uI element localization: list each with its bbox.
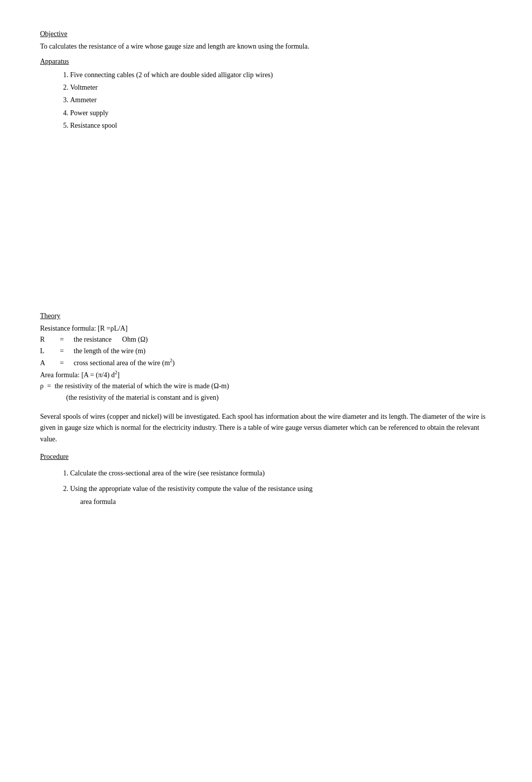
rho-sub-text: (the resistivity of the material is cons… — [66, 394, 218, 401]
objective-heading: Objective — [40, 30, 492, 38]
a-var: A — [40, 358, 50, 369]
a-line: A = cross sectional area of the wire (m2… — [40, 357, 492, 369]
rho-desc: the resistivity of the material of which… — [55, 381, 229, 392]
area-formula-line: Area formula: [A = (π/4) d2] — [40, 369, 492, 381]
r-var: R — [40, 334, 50, 345]
procedure-list: Calculate the cross-sectional area of th… — [70, 467, 492, 508]
apparatus-section: Apparatus Five connecting cables (2 of w… — [40, 58, 492, 132]
several-spools-text: Several spools of wires (copper and nick… — [40, 411, 492, 445]
rho-sub: (the resistivity of the material is cons… — [40, 392, 492, 403]
list-item: Calculate the cross-sectional area of th… — [70, 467, 492, 479]
theory-section: Theory Resistance formula: [R =ρL/A] R =… — [40, 312, 492, 445]
procedure-section: Procedure Calculate the cross-sectional … — [40, 453, 492, 508]
a-desc: cross sectional area of the wire (m2) — [70, 357, 175, 369]
rho-var: ρ — [40, 381, 44, 392]
l-eq: = — [50, 346, 70, 357]
list-item: Ammeter — [70, 94, 492, 106]
procedure-heading: Procedure — [40, 453, 492, 461]
l-desc: the length of the wire (m) — [70, 346, 145, 357]
formula-line: Resistance formula: [R =ρL/A] — [40, 323, 492, 334]
list-item: Resistance spool — [70, 119, 492, 132]
theory-heading: Theory — [40, 312, 492, 320]
list-item: Using the appropriate value of the resis… — [70, 482, 492, 507]
objective-section: Objective To calculates the resistance o… — [40, 30, 492, 52]
list-item: Power supply — [70, 107, 492, 119]
list-item: Voltmeter — [70, 81, 492, 94]
area-formula-text: Area formula: [A = (π/4) d2] — [40, 371, 120, 379]
objective-text: To calculates the resistance of a wire w… — [40, 41, 492, 52]
list-item: Five connecting cables (2 of which are d… — [70, 69, 492, 81]
r-line: R = the resistance Ohm (Ω) — [40, 334, 492, 345]
r-eq: = — [50, 334, 70, 345]
theory-block: Resistance formula: [R =ρL/A] R = the re… — [40, 323, 492, 403]
procedure-item-2-text: Using the appropriate value of the resis… — [70, 485, 313, 492]
rho-eq: = — [44, 381, 55, 392]
procedure-item-2-cont: area formula — [70, 498, 116, 505]
a-eq: = — [50, 358, 70, 369]
apparatus-list: Five connecting cables (2 of which are d… — [70, 69, 492, 132]
apparatus-heading: Apparatus — [40, 58, 492, 66]
rho-line: ρ = the resistivity of the material of w… — [40, 381, 492, 392]
l-var: L — [40, 346, 50, 357]
formula-text: Resistance formula: [R =ρL/A] — [40, 325, 128, 332]
r-desc: the resistance Ohm (Ω) — [70, 334, 148, 345]
l-line: L = the length of the wire (m) — [40, 346, 492, 357]
